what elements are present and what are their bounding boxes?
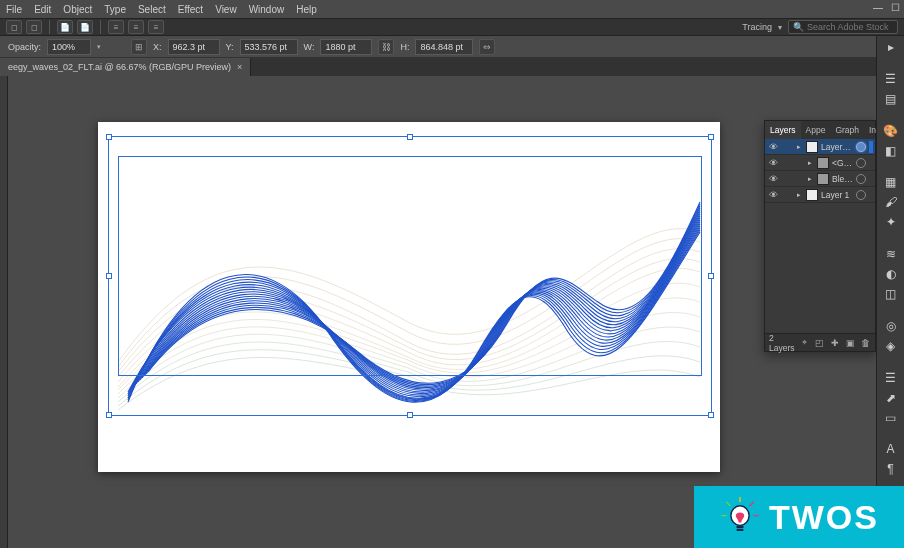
layer-row[interactable]: 👁 ▸ <Group>: [765, 155, 875, 171]
toolbar-button-7[interactable]: ≡: [148, 20, 164, 34]
expand-toggle-icon[interactable]: ▸: [795, 143, 803, 151]
link-wh-icon[interactable]: ⛓: [378, 39, 394, 55]
make-clipping-icon[interactable]: ◰: [814, 337, 825, 349]
appearance-panel-icon[interactable]: ◎: [880, 319, 902, 333]
search-placeholder: Search Adobe Stock: [807, 22, 889, 32]
target-icon[interactable]: [856, 190, 866, 200]
visibility-toggle-icon[interactable]: 👁: [767, 157, 779, 169]
expand-toggle-icon[interactable]: ▸: [806, 175, 814, 183]
toolbar-button-5[interactable]: ≡: [108, 20, 124, 34]
symbols-panel-icon[interactable]: ✦: [880, 215, 902, 229]
menu-help[interactable]: Help: [296, 4, 317, 15]
menu-view[interactable]: View: [215, 4, 237, 15]
layer-count-label: 2 Layers: [769, 333, 795, 353]
toolbar-button-2[interactable]: ◻: [26, 20, 42, 34]
layers-panel-icon[interactable]: ☰: [880, 371, 902, 385]
selection-indicator: [869, 141, 873, 153]
delete-layer-icon[interactable]: 🗑: [860, 337, 871, 349]
transparency-panel-icon[interactable]: ◫: [880, 287, 902, 301]
transform-ref-icon[interactable]: ⊞: [131, 39, 147, 55]
toolbar-button-4[interactable]: 📄: [77, 20, 93, 34]
opacity-input[interactable]: 100%: [47, 39, 91, 55]
document-tab-bar: eegy_waves_02_FLT.ai @ 66.67% (RGB/GPU P…: [0, 58, 904, 76]
expand-panels-icon[interactable]: ▸: [880, 40, 902, 54]
opacity-label: Opacity:: [8, 42, 41, 52]
tracing-label[interactable]: Tracing: [742, 22, 772, 32]
locate-object-icon[interactable]: ⌖: [799, 337, 810, 349]
h-input[interactable]: 864.848 pt: [415, 39, 473, 55]
canvas-area[interactable]: [8, 76, 876, 548]
libraries-panel-icon[interactable]: ▤: [880, 92, 902, 106]
character-panel-icon[interactable]: A: [880, 442, 902, 456]
tab-graphic-styles[interactable]: Graph: [830, 121, 864, 139]
w-label: W:: [304, 42, 315, 52]
brushes-panel-icon[interactable]: 🖌: [880, 195, 902, 209]
visibility-toggle-icon[interactable]: 👁: [767, 189, 779, 201]
tab-appearance[interactable]: Appe: [801, 121, 831, 139]
twos-watermark: TWOS: [694, 486, 904, 548]
layer-row[interactable]: 👁 ▸ Blend: [765, 171, 875, 187]
document-tab[interactable]: eegy_waves_02_FLT.ai @ 66.67% (RGB/GPU P…: [0, 58, 251, 76]
target-icon[interactable]: [856, 158, 866, 168]
color-panel-icon[interactable]: 🎨: [880, 124, 902, 138]
tracing-dropdown-icon[interactable]: ▾: [778, 23, 782, 32]
layer-name-label[interactable]: Layer 1 copy: [821, 142, 853, 152]
gradient-panel-icon[interactable]: ◐: [880, 267, 902, 281]
menu-select[interactable]: Select: [138, 4, 166, 15]
menu-edit[interactable]: Edit: [34, 4, 51, 15]
graphic-styles-icon[interactable]: ◈: [880, 339, 902, 353]
w-input[interactable]: 1880 pt: [320, 39, 372, 55]
layer-row[interactable]: 👁 ▸ Layer 1 copy: [765, 139, 875, 155]
maximize-icon[interactable]: ☐: [891, 2, 900, 13]
target-icon[interactable]: [856, 142, 866, 152]
window-controls: — ☐: [873, 2, 900, 13]
align-icon[interactable]: ⇔: [479, 39, 495, 55]
menu-effect[interactable]: Effect: [178, 4, 203, 15]
tab-layers[interactable]: Layers: [765, 121, 801, 139]
toolbar-button-3[interactable]: 📄: [57, 20, 73, 34]
new-layer-icon[interactable]: ▣: [844, 337, 855, 349]
visibility-toggle-icon[interactable]: 👁: [767, 173, 779, 185]
layer-name-label[interactable]: <Group>: [832, 158, 853, 168]
layer-name-label[interactable]: Blend: [832, 174, 853, 184]
y-input[interactable]: 533.576 pt: [240, 39, 298, 55]
layer-name-label[interactable]: Layer 1: [821, 190, 853, 200]
toolbar-button-6[interactable]: ≡: [128, 20, 144, 34]
swatches-panel-icon[interactable]: ▦: [880, 175, 902, 189]
menu-file[interactable]: File: [6, 4, 22, 15]
stroke-panel-icon[interactable]: ≋: [880, 247, 902, 261]
control-bar: Opacity: 100% ▾ ⊞ X: 962.3 pt Y: 533.576…: [0, 36, 904, 58]
expand-toggle-icon[interactable]: ▸: [806, 159, 814, 167]
layer-swatch-icon: [817, 173, 829, 185]
close-tab-icon[interactable]: ×: [237, 62, 242, 72]
menu-object[interactable]: Object: [63, 4, 92, 15]
target-icon[interactable]: [856, 174, 866, 184]
left-dock-strip[interactable]: [0, 76, 8, 548]
minimize-icon[interactable]: —: [873, 2, 883, 13]
search-icon: 🔍: [793, 22, 804, 32]
properties-panel-icon[interactable]: ☰: [880, 72, 902, 86]
opacity-dropdown-icon[interactable]: ▾: [97, 43, 101, 51]
search-adobe-stock-input[interactable]: 🔍 Search Adobe Stock: [788, 20, 898, 34]
new-sublayer-icon[interactable]: ✚: [829, 337, 840, 349]
app-toolbar: ◻ ◻ 📄 📄 ≡ ≡ ≡ Tracing ▾ 🔍 Search Adobe S…: [0, 18, 904, 36]
panel-footer: 2 Layers ⌖ ◰ ✚ ▣ 🗑: [765, 333, 875, 351]
asset-export-icon[interactable]: ⬈: [880, 391, 902, 405]
paragraph-panel-icon[interactable]: ¶: [880, 462, 902, 476]
artwork-blends[interactable]: [98, 122, 720, 472]
layers-panel[interactable]: Layers Appe Graph Info Attrib » ≡ 👁 ▸ La…: [764, 120, 876, 352]
svg-rect-2: [737, 529, 744, 531]
expand-toggle-icon[interactable]: ▸: [795, 191, 803, 199]
menu-type[interactable]: Type: [104, 4, 126, 15]
layer-swatch-icon: [817, 157, 829, 169]
separator: [49, 20, 50, 34]
toolbar-button-1[interactable]: ◻: [6, 20, 22, 34]
menu-window[interactable]: Window: [249, 4, 285, 15]
x-input[interactable]: 962.3 pt: [168, 39, 220, 55]
artboards-panel-icon[interactable]: ▭: [880, 411, 902, 425]
color-guide-icon[interactable]: ◧: [880, 144, 902, 158]
visibility-toggle-icon[interactable]: 👁: [767, 141, 779, 153]
layer-row[interactable]: 👁 ▸ Layer 1: [765, 187, 875, 203]
menubar: File Edit Object Type Select Effect View…: [0, 0, 904, 18]
h-label: H:: [400, 42, 409, 52]
